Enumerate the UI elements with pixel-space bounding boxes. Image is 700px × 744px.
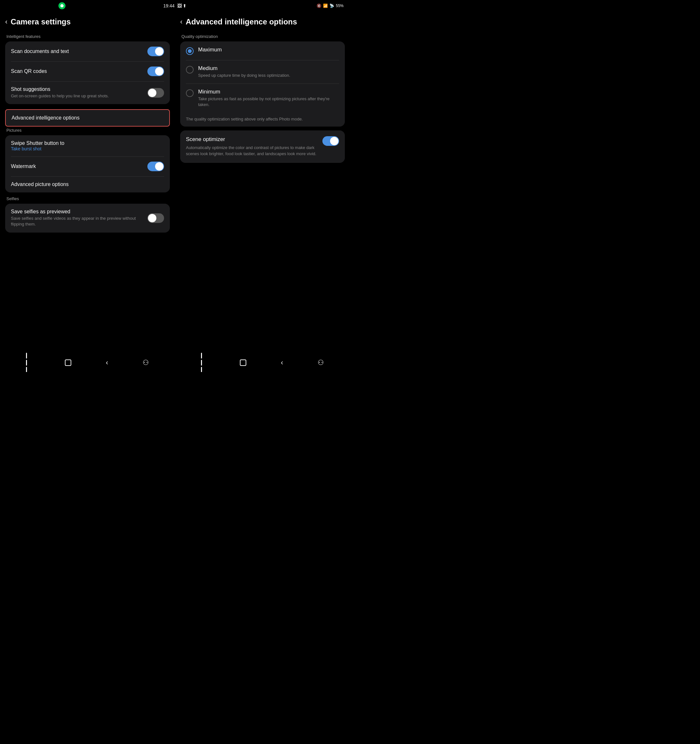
quality-medium-item[interactable]: Medium Speed up capture time by doing le… — [180, 60, 345, 83]
right-recents-icon — [201, 353, 207, 372]
scan-qr-knob — [155, 67, 163, 76]
status-bar-center: 19:44 🖼 ⬆ — [119, 3, 231, 8]
left-recents-button[interactable] — [23, 358, 36, 368]
minimum-text: Minimum Take pictures as fast as possibl… — [198, 89, 339, 108]
right-accessibility-button[interactable]: ⚇ — [314, 358, 327, 368]
right-home-button[interactable] — [237, 358, 250, 368]
left-home-button[interactable] — [62, 358, 74, 368]
watermark-text: Watermark — [11, 164, 147, 169]
selfies-card: Save selfies as previewed Save selfies a… — [5, 204, 170, 232]
watermark-knob — [155, 162, 163, 171]
medium-label: Medium — [198, 65, 339, 71]
quality-note: The quality optimization setting above o… — [180, 113, 345, 126]
shot-suggestions-item[interactable]: Shot suggestions Get on-screen guides to… — [5, 81, 170, 104]
save-selfies-subtitle: Save selfies and selfie videos as they a… — [11, 216, 147, 227]
status-icons: 🖼 ⬆ — [177, 3, 187, 8]
home-icon — [65, 360, 71, 366]
shot-suggestions-subtitle: Get on-screen guides to help you line up… — [11, 93, 147, 99]
advanced-intelligence-setting[interactable]: Advanced intelligence options — [6, 110, 169, 126]
right-home-icon — [240, 360, 246, 366]
left-panel-title: Camera settings — [10, 17, 71, 26]
scene-title: Scene optimizer — [186, 136, 318, 143]
right-back-nav-icon: ‹ — [281, 359, 283, 367]
scan-documents-item[interactable]: Scan documents and text — [5, 42, 170, 61]
maximum-radio[interactable] — [186, 47, 194, 55]
swipe-shutter-link[interactable]: Take burst shot — [11, 146, 164, 151]
scan-qr-text: Scan QR codes — [11, 68, 147, 74]
quality-section-header: Quality optimization — [181, 34, 345, 39]
scene-subtitle: Automatically optimize the color and con… — [186, 144, 318, 157]
scene-optimizer-card: Scene optimizer Automatically optimize t… — [180, 131, 345, 163]
quality-minimum-item[interactable]: Minimum Take pictures as fast as possibl… — [180, 83, 345, 113]
intelligent-features-section: Intelligent features — [6, 34, 170, 39]
medium-radio[interactable] — [186, 66, 194, 74]
status-bar-right: 🔇 📶 📡 55% — [232, 3, 344, 8]
maximum-text: Maximum — [198, 46, 339, 53]
status-bar: 19:44 🖼 ⬆ 🔇 📶 📡 55% — [0, 0, 350, 12]
advanced-intelligence-title: Advanced intelligence options — [12, 115, 163, 121]
pictures-section-header: Pictures — [6, 128, 170, 133]
left-panel: ‹ Camera settings Intelligent features S… — [0, 12, 175, 353]
quality-maximum-item[interactable]: Maximum — [180, 42, 345, 60]
left-accessibility-button[interactable]: ⚇ — [139, 358, 152, 368]
back-nav-icon: ‹ — [106, 359, 108, 367]
shot-suggestions-title: Shot suggestions — [11, 86, 147, 92]
left-back-nav-button[interactable]: ‹ — [101, 358, 113, 368]
bottom-nav-area: ‹ ⚇ ‹ ⚇ — [0, 353, 350, 372]
save-selfies-item[interactable]: Save selfies as previewed Save selfies a… — [5, 204, 170, 232]
shot-suggestions-text: Shot suggestions Get on-screen guides to… — [11, 86, 147, 99]
intelligent-features-card: Scan documents and text Scan QR codes Sh… — [5, 42, 170, 104]
maximum-radio-inner — [188, 49, 192, 53]
advanced-picture-title: Advanced picture options — [11, 182, 164, 187]
swipe-shutter-item[interactable]: Swipe Shutter button to Take burst shot — [5, 135, 170, 156]
advanced-picture-text: Advanced picture options — [11, 182, 164, 187]
right-panel-title: Advanced intelligence options — [186, 17, 297, 26]
accessibility-icon: ⚇ — [143, 359, 149, 367]
advanced-picture-item[interactable]: Advanced picture options — [5, 176, 170, 192]
right-nav-bar: ‹ ⚇ — [175, 353, 350, 372]
signal-icon: 📡 — [330, 3, 334, 8]
left-nav-bar: ‹ ⚇ — [0, 353, 175, 372]
watermark-toggle[interactable] — [147, 162, 164, 171]
advanced-intelligence-item[interactable]: Advanced intelligence options — [5, 109, 170, 126]
scan-qr-toggle[interactable] — [147, 67, 164, 76]
save-selfies-text: Save selfies as previewed Save selfies a… — [11, 209, 147, 227]
minimum-subtitle: Take pictures as fast as possible by not… — [198, 96, 339, 108]
mute-icon: 🔇 — [317, 3, 321, 8]
scene-optimizer-knob — [330, 137, 339, 145]
scan-documents-toggle[interactable] — [147, 46, 164, 56]
recents-icon — [26, 353, 33, 372]
right-back-button[interactable]: ‹ — [180, 18, 182, 26]
scene-text: Scene optimizer Automatically optimize t… — [186, 136, 318, 157]
advanced-intelligence-text: Advanced intelligence options — [12, 115, 163, 121]
scan-documents-title: Scan documents and text — [11, 49, 147, 54]
scan-qr-item[interactable]: Scan QR codes — [5, 61, 170, 81]
scan-documents-knob — [155, 47, 163, 55]
right-recents-button[interactable] — [198, 358, 211, 368]
left-back-button[interactable]: ‹ — [5, 18, 7, 26]
watermark-title: Watermark — [11, 164, 147, 169]
maximum-label: Maximum — [198, 46, 339, 53]
pictures-card: Swipe Shutter button to Take burst shot … — [5, 135, 170, 192]
status-bar-left — [6, 2, 118, 9]
minimum-label: Minimum — [198, 89, 339, 95]
right-accessibility-icon: ⚇ — [318, 359, 324, 367]
scene-optimizer-toggle[interactable] — [323, 136, 339, 146]
watermark-item[interactable]: Watermark — [5, 156, 170, 176]
save-selfies-title: Save selfies as previewed — [11, 209, 147, 214]
selfies-section-header: Selfies — [6, 196, 170, 201]
swipe-shutter-title: Swipe Shutter button to — [11, 140, 164, 146]
shot-suggestions-toggle[interactable] — [147, 88, 164, 98]
right-panel: ‹ Advanced intelligence options Quality … — [175, 12, 350, 353]
save-selfies-toggle[interactable] — [147, 213, 164, 223]
right-back-nav-button[interactable]: ‹ — [275, 358, 288, 368]
scene-optimizer-item[interactable]: Scene optimizer Automatically optimize t… — [180, 131, 345, 163]
quality-optimization-card: Maximum Medium Speed up capture time by … — [180, 42, 345, 126]
medium-subtitle: Speed up capture time by doing less opti… — [198, 73, 339, 78]
left-panel-header: ‹ Camera settings — [5, 15, 170, 29]
minimum-radio[interactable] — [186, 89, 194, 97]
time-display: 19:44 — [163, 3, 175, 8]
wifi-icon: 📶 — [323, 3, 328, 8]
right-panel-header: ‹ Advanced intelligence options — [180, 15, 345, 29]
scan-documents-text: Scan documents and text — [11, 49, 147, 54]
